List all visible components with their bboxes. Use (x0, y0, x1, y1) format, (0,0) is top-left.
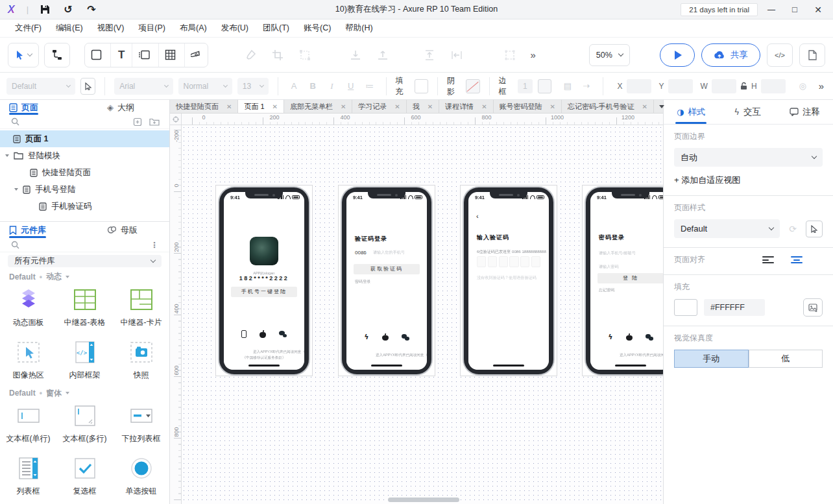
minimize-button[interactable]: — (762, 3, 781, 17)
menu-team[interactable]: 团队(T) (256, 23, 296, 34)
page-tab[interactable]: 忘记密码-手机号验证✕ (562, 100, 654, 113)
tree-item-sms-code[interactable]: 手机验证码 (0, 198, 169, 215)
collapse-caret-icon[interactable] (14, 188, 18, 191)
widget-style-select[interactable]: Default (6, 78, 75, 95)
canvas-viewport[interactable]: 9:41 APP的slogan 182****2222 手机号一键登陆 (182, 125, 663, 504)
widget-snapshot[interactable]: 快照 (113, 335, 169, 388)
save-icon[interactable] (38, 3, 52, 17)
fidelity-low-option[interactable]: 低 (749, 350, 823, 368)
close-tab-icon[interactable]: ✕ (272, 103, 278, 110)
add-page-icon[interactable] (132, 116, 143, 128)
close-button[interactable]: ✕ (808, 3, 828, 17)
code-export-button[interactable]: </> (767, 43, 793, 67)
pages-search-icon[interactable] (9, 116, 21, 128)
page-bounds-select[interactable]: 自动 (674, 148, 823, 167)
tab-notes[interactable]: 注释 (790, 100, 820, 124)
style-picker-button[interactable] (80, 78, 95, 95)
w-field[interactable] (712, 79, 736, 93)
trial-badge[interactable]: 21 days left in trial (681, 3, 758, 16)
tree-item-login-module[interactable]: 登陆模块 (0, 147, 169, 164)
font-size-select[interactable]: 13 (237, 78, 269, 95)
canvas-page-sms-login[interactable]: 9:41 验证码登录 0086 请输入您的手机号 获取验证码 密 (338, 185, 435, 376)
close-tab-icon[interactable]: ✕ (428, 103, 433, 110)
add-adaptive-view-button[interactable]: + 添加自适应视图 (674, 174, 823, 186)
lock-ratio-icon[interactable] (740, 82, 747, 90)
tree-item-phone-login[interactable]: 手机号登陆 (0, 181, 169, 198)
toolbar-overflow-chevron[interactable]: » (526, 49, 538, 60)
select-tool-button[interactable] (8, 43, 39, 67)
widget-listbox[interactable]: 列表框 (0, 451, 56, 504)
canvas-horizontal-scrollbar[interactable] (388, 498, 459, 502)
canvas-page-password-login[interactable]: 9:41 密码登录 请输入手机号/邮箱号 请输入密码 登 陆 忘记密码 (582, 185, 663, 376)
canvas-page-quick-login[interactable]: 9:41 APP的slogan 182****2222 手机号一键登陆 (215, 185, 313, 376)
font-weight-select[interactable]: Normal (178, 78, 232, 95)
page-tab[interactable]: 账号密码登陆✕ (494, 100, 562, 113)
library-filter-select[interactable]: 所有元件库 (8, 255, 162, 267)
menu-account[interactable]: 账号(C) (296, 23, 338, 34)
tab-style[interactable]: ◑ 样式 (677, 100, 705, 124)
page-tab[interactable]: 学习记录✕ (352, 100, 406, 113)
menu-edit[interactable]: 编辑(E) (49, 23, 90, 34)
menu-view[interactable]: 视图(V) (90, 23, 132, 34)
page-tab-active[interactable]: 页面 1✕ (238, 100, 284, 113)
undo-icon[interactable]: ↺ (61, 3, 75, 17)
widgets-more-icon[interactable]: ⋮ (149, 239, 160, 251)
close-tab-icon[interactable]: ✕ (226, 103, 232, 110)
pen-tool-button[interactable] (185, 43, 208, 67)
x-field[interactable] (627, 79, 651, 93)
widget-section-dynamic[interactable]: Default • 动态 (0, 271, 169, 282)
ruler-origin-toggle[interactable] (170, 114, 182, 125)
style-picker-button[interactable] (806, 221, 823, 237)
font-family-select[interactable]: Arial (114, 78, 173, 95)
widget-droplist[interactable]: 下拉列表框 (113, 399, 169, 451)
redo-icon[interactable]: ↷ (84, 3, 99, 17)
close-tab-icon[interactable]: ✕ (341, 103, 346, 110)
collapse-caret-icon[interactable] (5, 154, 9, 157)
menu-publish[interactable]: 发布(U) (214, 23, 256, 34)
border-width-field[interactable]: 1 (518, 79, 533, 93)
canvas-page-enter-code[interactable]: 9:41 ‹ 输入验证码 6位验证码已发送至 0086 18888888888 … (460, 185, 557, 376)
menu-layout[interactable]: 布局(A) (173, 23, 214, 34)
fill-image-button[interactable] (803, 298, 823, 317)
page-fill-swatch[interactable] (674, 299, 697, 316)
widget-checkbox[interactable]: 复选框 (56, 451, 113, 504)
y-field[interactable] (668, 79, 693, 93)
tree-item-quick-login[interactable]: 快捷登陆页面 (0, 164, 169, 181)
tab-pages[interactable]: 页面 (9, 100, 43, 115)
tree-item-page-1[interactable]: 页面 1 (0, 130, 169, 147)
align-page-left-icon[interactable] (762, 256, 774, 263)
page-tab[interactable]: 底部无菜单栏✕ (284, 100, 352, 113)
close-tab-icon[interactable]: ✕ (550, 103, 555, 110)
maximize-button[interactable]: □ (785, 3, 804, 17)
connector-tool-button[interactable] (44, 43, 70, 67)
zoom-level-select[interactable]: 50% (589, 44, 630, 66)
h-field[interactable] (761, 79, 786, 93)
tab-masters[interactable]: 母版 (107, 222, 138, 238)
notes-doc-button[interactable] (799, 43, 825, 67)
widget-section-forms[interactable]: Default • 窗体 (0, 388, 169, 399)
close-tab-icon[interactable]: ✕ (394, 103, 400, 110)
menu-project[interactable]: 项目(P) (131, 23, 173, 34)
close-tab-icon[interactable]: ✕ (642, 103, 647, 110)
share-button[interactable]: 共享 (701, 43, 760, 67)
canvas-area[interactable]: 0 200 400 600 800 1000 1200 -200 0 200 4… (170, 114, 663, 504)
page-tab[interactable]: 我✕ (407, 100, 439, 113)
frame-tool-button[interactable] (132, 43, 159, 67)
widget-inline-frame[interactable]: </> 内部框架 (56, 335, 113, 388)
preview-play-button[interactable] (660, 43, 695, 67)
tab-widget-libraries[interactable]: 元件库 (9, 222, 51, 238)
tab-interaction[interactable]: ϟ 交互 (734, 100, 761, 124)
fidelity-manual-option[interactable]: 手动 (674, 350, 749, 368)
widget-textbox-single[interactable]: 文本框(单行) (0, 399, 56, 451)
table-tool-button[interactable] (159, 43, 185, 67)
fill-swatch[interactable] (415, 79, 428, 93)
widget-image-hotspot[interactable]: 图像热区 (0, 335, 56, 388)
widget-repeater-card[interactable]: 中继器-卡片 (113, 283, 169, 335)
text-tool-button[interactable]: T (111, 43, 132, 67)
align-page-center-icon[interactable] (791, 256, 803, 263)
add-folder-icon[interactable] (149, 116, 160, 128)
formatbar-overflow-chevron[interactable]: » (815, 80, 827, 91)
tab-list-dropdown[interactable] (654, 100, 670, 113)
page-style-select[interactable]: Default (674, 219, 780, 238)
rectangle-tool-button[interactable] (85, 43, 111, 67)
